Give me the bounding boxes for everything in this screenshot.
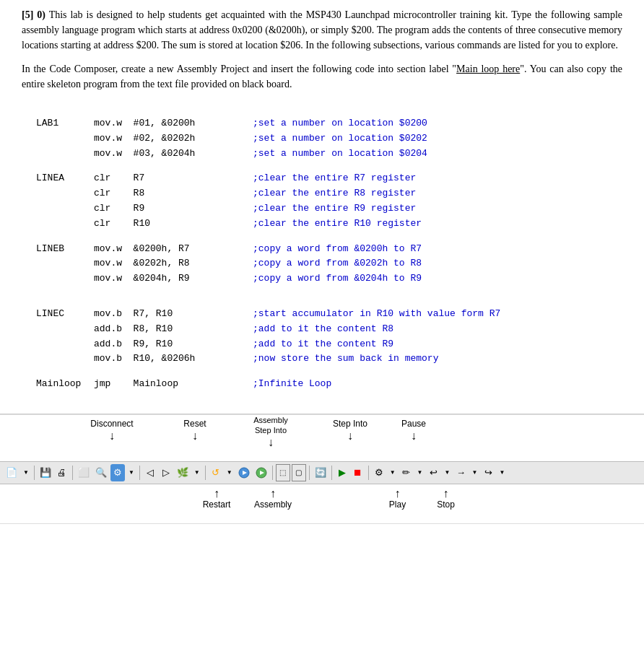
back-btn[interactable]: ◁: [143, 464, 157, 481]
code-comment: ;Infinite Loop: [253, 377, 331, 392]
assembly-label: Assembly: [254, 499, 292, 510]
code-comment: ;now store the sum back in memory: [253, 352, 438, 367]
sep-4: [205, 466, 206, 480]
code-label: [36, 352, 94, 367]
code-label: [36, 201, 94, 217]
asm-step-label: AssemblyStep Into: [253, 416, 288, 435]
code-line: add.b R8, R10 ;add to it the content R8: [36, 322, 622, 337]
annotation-stop: ↑ Stop: [430, 488, 462, 510]
step-into-arrow: ↓: [328, 429, 372, 442]
restart-dropdown-btn[interactable]: ▼: [225, 464, 235, 481]
code-comment: ;clear the entire R9 register: [253, 201, 416, 217]
code-line: clr R8 ;clear the entire R8 register: [36, 186, 622, 201]
save-btn[interactable]: 💾: [38, 464, 53, 481]
code-label: LINEC: [36, 307, 94, 322]
settings-btn[interactable]: ⚙: [110, 464, 125, 481]
go-dropdown-btn[interactable]: ▼: [469, 464, 479, 481]
step-into-btn[interactable]: [253, 464, 269, 481]
leaf-btn[interactable]: 🌿: [175, 464, 191, 481]
connect-btn[interactable]: ⬜: [76, 464, 92, 481]
code-label: [36, 217, 94, 232]
stop-btn[interactable]: ⏹: [351, 464, 365, 481]
restart-btn[interactable]: ↺: [209, 464, 223, 481]
leaf-dropdown-btn[interactable]: ▼: [192, 464, 202, 481]
print-btn[interactable]: 🖨: [55, 464, 69, 481]
intro-para1: [5] 0) This lab is designed to help stud…: [22, 7, 622, 53]
code-comment: ;copy a word from &0204h to R9: [253, 271, 422, 287]
sep-3: [139, 466, 140, 480]
fwd2-btn[interactable]: ↪: [481, 464, 495, 481]
annotation-restart: ↑ Restart: [195, 488, 238, 510]
settings-dropdown-btn[interactable]: ▼: [126, 464, 136, 481]
restart-label: Restart: [203, 499, 231, 510]
code-comment: ;clear the entire R10 register: [253, 217, 422, 232]
play-btn[interactable]: ▶: [335, 464, 349, 481]
code-label: [36, 256, 94, 271]
new-file-btn[interactable]: 📄: [4, 464, 19, 481]
assembly-step-btn[interactable]: [236, 464, 252, 481]
annotation-asm-step: AssemblyStep Into ↓: [245, 415, 296, 449]
undo-dropdown-btn[interactable]: ▼: [443, 464, 453, 481]
code-instr: mov.w #03, &0204h: [94, 147, 253, 162]
code-label: [36, 186, 94, 201]
code-instr: mov.w &0202h, R8: [94, 256, 253, 271]
code-instr: clr R8: [94, 186, 253, 201]
edit-btn[interactable]: ✏: [399, 464, 414, 481]
main-content: [5] 0) This lab is designed to help stud…: [0, 0, 644, 392]
sep-6: [309, 466, 310, 480]
code-label: [36, 147, 94, 162]
reload-btn[interactable]: 🔄: [313, 464, 328, 481]
code-instr: mov.w &0200h, R7: [94, 242, 253, 257]
code-comment: ;start accumulator in R10 with value for…: [253, 307, 500, 322]
fwd2-dropdown-btn[interactable]: ▼: [497, 464, 507, 481]
code-line: mov.w &0202h, R8 ;copy a word from &0202…: [36, 256, 622, 271]
gear-btn[interactable]: ⚙: [372, 464, 386, 481]
pause-label: Pause: [401, 419, 426, 429]
code-comment: ;set a number on location $0200: [253, 116, 427, 131]
pause-arrow: ↓: [396, 429, 432, 442]
code-line: add.b R9, R10 ;add to it the content R9: [36, 337, 622, 352]
code-label: LINEA: [36, 171, 94, 186]
sep-1: [34, 466, 35, 480]
annotation-pause: Pause ↓: [396, 419, 432, 442]
reset-arrow: ↓: [177, 429, 213, 442]
edit-dropdown-btn[interactable]: ▼: [415, 464, 425, 481]
sep-5: [272, 466, 273, 480]
code-line: LAB1 mov.w #01, &0200h ;set a number on …: [36, 116, 622, 131]
sep-8: [368, 466, 369, 480]
assembly-arrow: ↑: [251, 488, 295, 499]
code-label: LINEB: [36, 242, 94, 257]
go-btn[interactable]: →: [453, 464, 468, 481]
undo-btn[interactable]: ↩: [427, 464, 441, 481]
restart-arrow: ↑: [195, 488, 238, 499]
new-dropdown-btn[interactable]: ▼: [21, 464, 31, 481]
annotation-disconnect: Disconnect ↓: [87, 419, 137, 442]
code-line: clr R9 ;clear the entire R9 register: [36, 201, 622, 217]
stop-label: Stop: [437, 499, 455, 510]
disconnect-label: Disconnect: [90, 419, 133, 429]
play-label: Play: [389, 499, 406, 510]
code-line: Mainloop jmp Mainloop ;Infinite Loop: [36, 377, 622, 392]
asm-step-arrow: ↓: [245, 435, 296, 449]
search-btn[interactable]: 🔍: [93, 464, 109, 481]
code-label: [36, 131, 94, 147]
disconnect-arrow: ↓: [87, 429, 137, 442]
gear-dropdown-btn[interactable]: ▼: [388, 464, 398, 481]
fwd-btn[interactable]: ▷: [159, 464, 173, 481]
code-instr: mov.b R7, R10: [94, 307, 253, 322]
section-label: [5] 0): [22, 9, 45, 20]
reset-label: Reset: [183, 419, 206, 429]
code-label: [36, 337, 94, 352]
code-instr: mov.w #01, &0200h: [94, 116, 253, 131]
code-label: LAB1: [36, 116, 94, 131]
code-instr: clr R10: [94, 217, 253, 232]
code-comment: ;add to it the content R8: [253, 322, 393, 337]
code-instr: clr R7: [94, 171, 253, 186]
code-block-mainloop: Mainloop jmp Mainloop ;Infinite Loop: [36, 377, 622, 392]
asm-step2-btn[interactable]: ▢: [292, 464, 306, 481]
sep-2: [72, 466, 73, 480]
toolbar-section: Disconnect ↓ Reset ↓ AssemblyStep Into ↓…: [0, 414, 644, 524]
intro-para2: In the Code Composer, create a new Assem…: [22, 61, 622, 92]
asm-box-btn[interactable]: ⬚: [276, 464, 290, 481]
code-block-linea: LINEA clr R7 ;clear the entire R7 regist…: [36, 171, 622, 231]
